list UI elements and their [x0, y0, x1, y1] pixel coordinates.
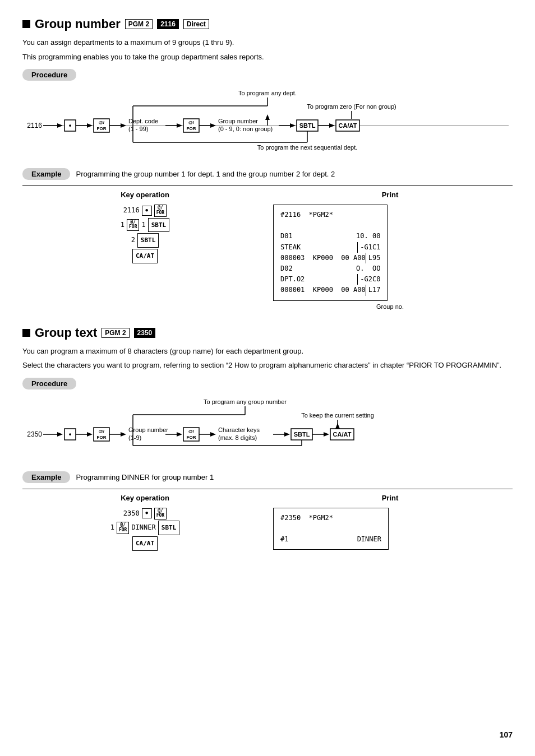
svg-text:FOR: FOR [187, 435, 196, 440]
section1-atfor-key1: @/FOR [154, 205, 167, 217]
section2-num1: 1 [110, 522, 114, 534]
section2-key-op-header: Key operation [28, 494, 262, 502]
svg-marker-71 [335, 423, 340, 429]
section2-key-op-col: Key operation 2350 • @/FOR 1 @/FOR DINNE… [22, 489, 268, 556]
svg-text:@/: @/ [99, 429, 105, 434]
svg-marker-81 [324, 432, 329, 437]
svg-text:To program any group number: To program any group number [204, 398, 287, 405]
svg-marker-64 [177, 432, 182, 437]
svg-text:FOR: FOR [187, 126, 196, 131]
section2-procedure-label: Procedure [22, 378, 76, 389]
section1-print-line1: #2116 *PGM2* [280, 210, 380, 220]
section2-black-square [22, 329, 30, 337]
section1: Group number PGM 2 2116 Direct You can a… [22, 17, 513, 314]
section2-print-line1: #2350 *PGM2* [280, 513, 381, 523]
svg-marker-59 [121, 432, 126, 437]
section1-atfor-key2: @/FOR [127, 219, 139, 231]
section2-caat-key: CA/AT [132, 536, 158, 551]
section1-keyop-line4: CA/AT [28, 249, 262, 263]
svg-text:Character keys: Character keys [218, 426, 260, 433]
section2-keyop-line2: 1 @/FOR DINNER SBTL [28, 521, 262, 535]
svg-text:To program any dept.: To program any dept. [238, 90, 297, 96]
section2-example-label: Example [22, 471, 70, 483]
svg-marker-12 [87, 123, 93, 128]
svg-marker-26 [210, 123, 216, 128]
section1-dot-key: • [142, 206, 152, 216]
svg-marker-40 [329, 123, 335, 128]
section2-example-row: Example Programming DINNER for group num… [22, 471, 513, 483]
section1-procedure-label: Procedure [22, 69, 76, 81]
section2-atfor-key2: @/FOR [117, 522, 129, 534]
section2-desc2: Select the characters you want to progra… [22, 360, 513, 371]
svg-marker-8 [57, 123, 63, 128]
section2-print-header: Print [273, 494, 507, 502]
section1-desc2: This programming enables you to take the… [22, 52, 513, 63]
section1-print-box: #2116 *PGM2* D0110. 00 STEAK-G1C1 000003… [273, 205, 507, 310]
section1-key-op-content: 2116 • @/FOR 1 @/FOR 1 SBTL 2 SBTL [28, 205, 262, 263]
section1-print-line5: D02O. OO [280, 263, 380, 274]
section1-badge3: Direct [183, 19, 209, 29]
svg-text:FOR: FOR [97, 126, 107, 131]
svg-text:CA/AT: CA/AT [339, 122, 357, 129]
section1-badge1: PGM 2 [125, 19, 153, 29]
section2-code1: 2350 [123, 508, 140, 520]
section2-sbtl-key: SBTL [158, 521, 180, 535]
svg-text:Group number: Group number [218, 118, 258, 124]
svg-text:(1-9): (1-9) [128, 434, 141, 441]
section1-print-line2: D0110. 00 [280, 231, 380, 242]
section1-keyop-line1: 2116 • @/FOR [28, 205, 262, 217]
svg-marker-17 [121, 123, 126, 128]
svg-text:(0 - 9, 0: non group): (0 - 9, 0: non group) [218, 126, 273, 132]
section1-num2: 2 [131, 234, 135, 247]
svg-text:2350: 2350 [27, 430, 42, 438]
section2-two-col: Key operation 2350 • @/FOR 1 @/FOR DINNE… [22, 489, 513, 556]
svg-marker-75 [284, 432, 290, 437]
section1-print-content: #2116 *PGM2* D0110. 00 STEAK-G1C1 000003… [273, 205, 388, 301]
svg-text:To keep the current setting: To keep the current setting [301, 412, 374, 419]
section1-print-line6: DPT.O2-G2C0 [280, 274, 380, 285]
section1-sbtl-key1: SBTL [148, 218, 170, 233]
section1-num1b: 1 [141, 219, 145, 231]
section1-diagram: To program any dept. To program zero (Fo… [22, 86, 513, 159]
section1-key-op-header: Key operation [28, 191, 262, 199]
section2-print-col: Print #2350 *PGM2* #1DINNER [268, 489, 513, 556]
svg-text:@/: @/ [99, 120, 105, 125]
section1-heading: Group number PGM 2 2116 Direct [22, 17, 513, 31]
svg-text:•: • [69, 121, 72, 129]
section1-sbtl-key2: SBTL [137, 233, 159, 248]
svg-marker-50 [57, 432, 63, 437]
svg-marker-21 [177, 123, 182, 128]
svg-text:@/: @/ [188, 429, 195, 434]
svg-marker-69 [210, 432, 216, 437]
svg-text:SBTL: SBTL [299, 122, 316, 129]
section1-key-op-col: Key operation 2116 • @/FOR 1 @/FOR 1 SBT… [22, 185, 268, 314]
section1-two-col: Key operation 2116 • @/FOR 1 @/FOR 1 SBT… [22, 185, 513, 314]
section2-badge1: PGM 2 [102, 328, 129, 338]
section2-key-op-content: 2350 • @/FOR 1 @/FOR DINNER SBTL CA/AT [28, 508, 262, 551]
section1-example-row: Example Programming the group number 1 f… [22, 168, 513, 180]
section2-desc1: You can program a maximum of 8 character… [22, 346, 513, 357]
section2-keyop-line1: 2350 • @/FOR [28, 508, 262, 520]
section1-print-line3: STEAK-G1C1 [280, 242, 380, 253]
svg-text:2116: 2116 [27, 122, 42, 129]
section2-heading: Group text PGM 2 2350 [22, 326, 513, 340]
section2-badge2: 2350 [134, 328, 156, 338]
page-number: 107 [500, 730, 513, 739]
section1-badge2: 2116 [157, 19, 179, 29]
section2-dot-key: • [142, 508, 152, 518]
section2: Group text PGM 2 2350 You can program a … [22, 326, 513, 556]
section2-print-content: #2350 *PGM2* #1DINNER [273, 508, 389, 550]
svg-text:(max. 8 digits): (max. 8 digits) [218, 434, 257, 441]
svg-marker-28 [265, 114, 270, 120]
svg-text:Group number: Group number [128, 426, 168, 433]
section1-num1: 1 [121, 219, 124, 231]
section2-title: Group text [35, 326, 97, 340]
section1-diagram-svg: To program any dept. To program zero (Fo… [26, 86, 509, 159]
section1-group-no: Group no. [273, 303, 507, 310]
section1-code1: 2116 [123, 205, 140, 217]
svg-text:CA/AT: CA/AT [333, 431, 352, 438]
section1-caat-key: CA/AT [132, 249, 158, 263]
svg-text:(1 - 99): (1 - 99) [128, 126, 148, 132]
section1-print-line4: 000003 KP000 00 A00L95 [280, 253, 380, 263]
section2-keyop-line3: CA/AT [28, 536, 262, 551]
